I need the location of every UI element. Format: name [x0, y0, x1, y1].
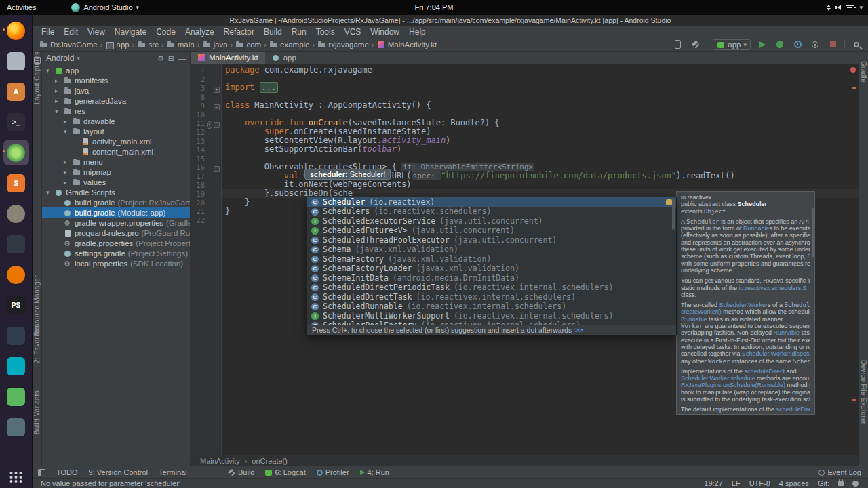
toolwindow-6: Logcat[interactable]: 6: Logcat: [265, 468, 305, 476]
dock-icon-green-app[interactable]: [3, 384, 29, 409]
system-tray[interactable]: ▾: [827, 4, 863, 11]
build-hammer-icon[interactable]: [689, 39, 701, 50]
strip-label-Gradle[interactable]: Gradle: [860, 61, 867, 83]
clock[interactable]: Fri 7:04 PM: [415, 3, 454, 12]
tree-arrow-icon[interactable]: ▸: [64, 159, 70, 165]
dock-icon-slate-app[interactable]: [3, 414, 29, 440]
fold-marker-icon[interactable]: +: [214, 82, 221, 94]
tree-arrow-icon[interactable]: ▾: [64, 128, 70, 135]
completion-item-ScheduledThreadPoolExecutor[interactable]: CScheduledThreadPoolExecutor (java.util.…: [307, 235, 676, 245]
tree-arrow-icon[interactable]: ▸: [55, 87, 61, 94]
tab-MainActivity.kt[interactable]: MainActivity.kt: [191, 52, 265, 64]
dock-icon-firefox[interactable]: [3, 18, 29, 43]
menu-vcs[interactable]: VCS: [340, 26, 366, 37]
hide-panel-icon[interactable]: ―: [178, 54, 186, 63]
lock-icon[interactable]: [838, 481, 844, 486]
hector-icon[interactable]: [852, 481, 859, 487]
menu-tools[interactable]: Tools: [311, 26, 340, 37]
app-menu[interactable]: Android Studio ▾: [71, 3, 139, 12]
tree-arrow-icon[interactable]: ▸: [64, 179, 70, 186]
completion-item-Scheduler[interactable]: CScheduler (io.reactivex): [307, 197, 676, 207]
editor-gutter[interactable]: 123+89−1011−1213141516−171819202122: [191, 64, 222, 455]
profile-button[interactable]: [791, 39, 804, 50]
tree-item-local.properties[interactable]: local.properties (SDK Location): [42, 258, 190, 268]
tree-item-res[interactable]: ▾res: [42, 106, 190, 116]
toolwindow-TODO[interactable]: TODO: [56, 468, 78, 476]
tree-item-activity_main.xml[interactable]: activity_main.xml: [42, 136, 190, 146]
completion-item-Schedulers[interactable]: CSchedulers (io.reactivex.schedulers): [307, 207, 676, 216]
doc-scrollbar[interactable]: [812, 208, 814, 257]
collapse-all-icon[interactable]: ⊟: [168, 54, 174, 63]
toolwindow-Event Log[interactable]: Event Log: [818, 468, 861, 476]
status-UTF-8[interactable]: UTF-8: [749, 479, 770, 487]
attach-debugger-button[interactable]: [809, 39, 821, 50]
status-LF[interactable]: LF: [732, 479, 741, 487]
fold-marker-icon[interactable]: −: [214, 117, 221, 129]
completion-item-SchedulerMultiWorkerSupport[interactable]: ISchedulerMultiWorkerSupport (io.reactiv…: [307, 311, 676, 321]
tab-app[interactable]: app: [265, 52, 303, 64]
breadcrumb-RxJavaGame[interactable]: RxJavaGame: [39, 41, 98, 49]
completion-item-Schema[interactable]: CSchema (javax.xml.validation): [307, 245, 676, 254]
strip-label-Build Variants[interactable]: Build Variants: [33, 390, 41, 434]
toolwindow-Profiler[interactable]: Profiler: [317, 468, 349, 476]
project-view-selector[interactable]: Android: [46, 54, 74, 63]
stop-button[interactable]: [827, 39, 839, 50]
quick-doc-popup[interactable]: io.reactivexpublic abstract class Schedu…: [676, 191, 815, 415]
breadcrumb-rxjavagame[interactable]: rxjavagame: [317, 41, 368, 49]
dock-icon-blender[interactable]: [3, 262, 29, 287]
dock-icon-teal-app[interactable]: [3, 353, 29, 379]
breadcrumb-main[interactable]: main: [167, 41, 195, 49]
settings-gear-icon[interactable]: ⚙: [157, 54, 164, 63]
tree-item-settings.gradle[interactable]: settings.gradle (Project Settings): [42, 248, 190, 258]
completion-item-SchemaFactoryLoader[interactable]: CSchemaFactoryLoader (javax.xml.validati…: [307, 264, 676, 273]
left-tool-strip[interactable]: Resource Manager2: FavoritesBuild Varian…: [33, 52, 42, 466]
toolwindow-Terminal[interactable]: Terminal: [159, 468, 187, 476]
tree-item-proguard-rules.pro[interactable]: proguard-rules.pro (ProGuard Rules for a…: [42, 228, 190, 238]
menu-edit[interactable]: Edit: [59, 26, 83, 37]
project-view-header[interactable]: Android ▾ ⚙ ⊟ ―: [42, 52, 190, 65]
tree-item-app[interactable]: ▾app: [42, 65, 190, 75]
completion-hint-link[interactable]: >>: [575, 326, 583, 334]
tree-arrow-icon[interactable]: ▸: [55, 77, 61, 84]
activities-button[interactable]: Activities: [7, 3, 36, 12]
status-4-spaces[interactable]: 4 spaces: [779, 479, 809, 487]
menu-view[interactable]: View: [83, 26, 110, 37]
tree-item-generatedJava[interactable]: ▸generatedJava: [42, 96, 190, 106]
breadcrumb-com[interactable]: com: [235, 41, 261, 49]
editor-breadcrumb-onCreate()[interactable]: onCreate(): [252, 457, 288, 465]
tree-item-content_main.xml[interactable]: content_main.xml: [42, 146, 190, 157]
dock-icon-cube-app[interactable]: [3, 323, 29, 348]
strip-label-2: Favorites[interactable]: 2: Favorites: [33, 325, 41, 363]
right-tool-strip[interactable]: GradleDevice File Explorer: [859, 52, 868, 466]
tree-arrow-icon[interactable]: ▸: [55, 98, 61, 104]
run-config-selector[interactable]: app ▾: [713, 39, 751, 50]
completion-item-ScheduledExecutorService[interactable]: IScheduledExecutorService (java.util.con…: [307, 216, 676, 226]
tree-item-mipmap[interactable]: ▸mipmap: [42, 167, 190, 177]
tree-item-values[interactable]: ▸values: [42, 177, 190, 187]
toolwindow-Build[interactable]: Build: [228, 468, 254, 476]
breadcrumb-example[interactable]: example: [269, 41, 309, 49]
menu-code[interactable]: Code: [151, 26, 180, 37]
tree-item-build.gradle[interactable]: build.gradle (Module: app): [42, 207, 190, 218]
breadcrumb-java[interactable]: java: [203, 41, 228, 49]
dock-icon-dark-app[interactable]: [3, 231, 29, 257]
tree-item-manifests[interactable]: ▸manifests: [42, 75, 190, 85]
tree-item-drawable[interactable]: ▸drawable: [42, 116, 190, 126]
status-19-27[interactable]: 19:27: [704, 479, 723, 487]
dock-icon-files[interactable]: [3, 48, 29, 74]
tree-item-menu[interactable]: ▸menu: [42, 157, 190, 167]
tree-item-gradle-wrapper.properties[interactable]: gradle-wrapper.properties (Gradle Versio…: [42, 218, 190, 228]
menu-navigate[interactable]: Navigate: [110, 26, 151, 37]
breadcrumb-app[interactable]: app: [106, 41, 130, 49]
tree-item-build.gradle[interactable]: build.gradle (Project: RxJavaGame): [42, 197, 190, 207]
dock-icon-terminal[interactable]: >_: [3, 109, 29, 135]
status-Git-[interactable]: Git:: [818, 479, 829, 487]
tree-item-gradle.properties[interactable]: gradle.properties (Project Properties): [42, 238, 190, 248]
tree-arrow-icon[interactable]: ▾: [55, 108, 61, 115]
dock-icon-phpstorm[interactable]: PS: [3, 292, 29, 318]
tree-arrow-icon[interactable]: ▾: [46, 189, 52, 196]
error-stripe-mark[interactable]: [852, 399, 856, 401]
dock-icon-ubuntu-software[interactable]: A: [3, 79, 29, 104]
toolwindow-switcher-icon[interactable]: [38, 469, 45, 476]
completion-item-SchemaFactory[interactable]: CSchemaFactory (javax.xml.validation): [307, 254, 676, 264]
